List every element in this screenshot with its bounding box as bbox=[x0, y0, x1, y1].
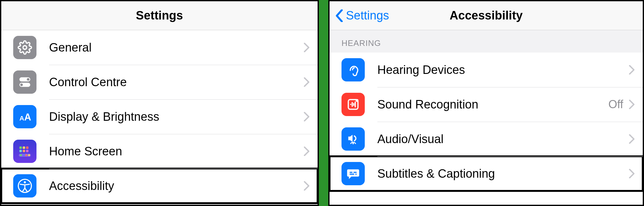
svg-text:A: A bbox=[24, 112, 31, 122]
sound-recognition-icon bbox=[341, 93, 365, 116]
svg-rect-15 bbox=[23, 154, 25, 156]
accessibility-row-sound-recognition[interactable]: Sound Recognition Off bbox=[330, 87, 643, 122]
svg-text:A: A bbox=[19, 114, 24, 122]
gear-icon bbox=[13, 36, 36, 59]
svg-point-19 bbox=[24, 181, 26, 183]
svg-rect-9 bbox=[26, 147, 29, 149]
settings-row-general[interactable]: General bbox=[1, 30, 318, 65]
accessibility-row-audio-visual[interactable]: Audio/Visual bbox=[330, 122, 643, 156]
accessibility-icon bbox=[13, 174, 36, 198]
accessibility-list: Hearing Devices Sound Recognition Off Au… bbox=[330, 53, 643, 191]
svg-point-4 bbox=[20, 83, 23, 86]
chevron-right-icon bbox=[629, 169, 635, 178]
audio-visual-icon bbox=[341, 127, 365, 151]
chevron-right-icon bbox=[629, 65, 635, 75]
svg-rect-8 bbox=[23, 147, 25, 149]
chevron-right-icon bbox=[304, 147, 309, 156]
nav-bar: Settings bbox=[1, 1, 318, 30]
row-label: Sound Recognition bbox=[377, 98, 608, 111]
row-label: General bbox=[49, 41, 304, 54]
row-label: Audio/Visual bbox=[377, 132, 629, 146]
settings-row-control-centre[interactable]: Control Centre bbox=[1, 65, 318, 99]
panel-divider bbox=[319, 0, 328, 206]
svg-rect-10 bbox=[19, 150, 22, 152]
chevron-right-icon bbox=[304, 112, 309, 121]
svg-rect-24 bbox=[353, 172, 357, 173]
captions-icon bbox=[341, 162, 365, 185]
chevron-right-icon bbox=[304, 181, 309, 191]
accessibility-row-hearing-devices[interactable]: Hearing Devices bbox=[330, 53, 643, 87]
chevron-right-icon bbox=[304, 43, 309, 52]
svg-rect-12 bbox=[26, 150, 29, 152]
row-detail: Off bbox=[608, 98, 623, 111]
home-screen-icon bbox=[13, 140, 36, 163]
svg-rect-11 bbox=[23, 150, 25, 152]
svg-rect-7 bbox=[19, 147, 22, 149]
settings-row-home-screen[interactable]: Home Screen bbox=[1, 134, 318, 169]
text-size-icon: AA bbox=[13, 105, 36, 128]
accessibility-panel: Settings Accessibility Hearing Hearing D… bbox=[328, 0, 644, 206]
settings-row-display-brightness[interactable]: AA Display & Brightness bbox=[1, 99, 318, 134]
row-label: Accessibility bbox=[49, 179, 304, 193]
svg-point-21 bbox=[356, 99, 358, 102]
section-header-hearing: Hearing bbox=[330, 30, 643, 53]
accessibility-row-subtitles-captioning[interactable]: Subtitles & Captioning bbox=[330, 156, 643, 191]
row-label: Home Screen bbox=[49, 145, 304, 158]
chevron-right-icon bbox=[629, 134, 635, 144]
svg-rect-26 bbox=[355, 174, 357, 175]
svg-point-0 bbox=[23, 46, 27, 49]
svg-rect-23 bbox=[350, 172, 353, 173]
settings-list: General Control Centre AA Display & Brig… bbox=[1, 30, 318, 203]
row-label: Subtitles & Captioning bbox=[377, 167, 629, 181]
chevron-right-icon bbox=[304, 77, 309, 87]
row-label: Control Centre bbox=[49, 75, 304, 89]
svg-rect-16 bbox=[25, 154, 27, 156]
svg-point-3 bbox=[27, 78, 29, 81]
svg-rect-25 bbox=[350, 174, 354, 175]
row-label: Hearing Devices bbox=[377, 63, 629, 77]
settings-panel: Settings General Control Centre AA Displ… bbox=[0, 0, 319, 206]
ear-icon bbox=[341, 58, 365, 81]
back-button[interactable]: Settings bbox=[330, 9, 389, 22]
svg-point-22 bbox=[353, 143, 354, 144]
nav-title: Settings bbox=[1, 9, 318, 22]
back-label: Settings bbox=[346, 9, 389, 22]
nav-bar: Settings Accessibility bbox=[330, 1, 643, 30]
svg-rect-17 bbox=[28, 154, 30, 156]
svg-rect-14 bbox=[20, 154, 22, 156]
settings-row-accessibility[interactable]: Accessibility bbox=[1, 169, 318, 203]
toggles-icon bbox=[13, 70, 36, 94]
row-label: Display & Brightness bbox=[49, 110, 304, 124]
chevron-right-icon bbox=[629, 100, 635, 109]
